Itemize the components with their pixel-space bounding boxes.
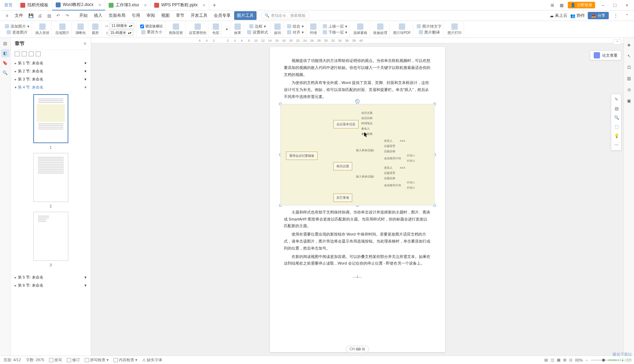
page-thumbnail-1[interactable]: [33, 94, 68, 143]
view-mode-1-icon[interactable]: ▤: [544, 358, 548, 362]
adjust-button[interactable]: ✦: [225, 27, 228, 31]
tab-ppt[interactable]: WPS PPT教程.pptx ×: [151, 0, 209, 10]
align-button[interactable]: 对齐 ▾: [287, 30, 304, 35]
chapter-item[interactable]: ▸第 1 节: 未命名▾: [11, 59, 91, 67]
close-icon[interactable]: ×: [203, 2, 205, 8]
menu-chapter[interactable]: 章节: [173, 11, 187, 20]
edit-float-icon[interactable]: ✎: [613, 96, 620, 103]
save-icon[interactable]: 💾: [27, 12, 35, 20]
file-menu[interactable]: 文件: [12, 11, 26, 20]
menu-review[interactable]: 审阅: [144, 11, 158, 20]
tools-rail-icon[interactable]: ▣: [625, 97, 633, 105]
chapter-item[interactable]: ▸第 5 节: 未命名▾: [11, 273, 91, 281]
view-mode-5-icon[interactable]: ⊡: [569, 358, 572, 362]
height-input[interactable]: 15.45厘米▴▾: [109, 30, 133, 36]
panel-close-icon[interactable]: ×: [83, 41, 87, 47]
chapter-item[interactable]: ▸第 6 节: 未命名▾: [11, 281, 91, 289]
content-check-button[interactable]: 内容检查 ▾: [114, 357, 137, 363]
zoom-level[interactable]: 80%: [575, 358, 583, 362]
reset-size-button[interactable]: 重设大小: [141, 29, 162, 35]
translate-button[interactable]: 图片翻译: [419, 30, 440, 35]
tool-3-icon[interactable]: [29, 51, 34, 56]
spellcheck-button[interactable]: 拼写检查 ▾: [85, 357, 109, 363]
zoom-float-icon[interactable]: 🔍: [613, 114, 620, 121]
mindmap-image[interactable]: ↻ 通用会议纪要模板 会议基本信息 相关议题 其它事项 会议主题: [280, 104, 435, 205]
batch-button[interactable]: 批量处理: [373, 23, 387, 35]
menu-picture-tools[interactable]: 图片工具: [234, 11, 257, 20]
wrap-button[interactable]: 环绕: [310, 23, 317, 35]
zoom-out-button[interactable]: −: [586, 358, 588, 362]
menu-insert[interactable]: 插入: [91, 11, 105, 20]
page-thumbnail-3[interactable]: [33, 212, 68, 261]
width-input[interactable]: 11.68厘米▴▾: [110, 23, 134, 29]
transparent-color-button[interactable]: 设置透明色: [189, 23, 206, 35]
rewrite-button[interactable]: 改写: [49, 357, 62, 363]
props-rail-icon[interactable]: ▥: [625, 74, 633, 83]
horizontal-ruler[interactable]: 642246810121416182022242628303234363840: [91, 38, 623, 43]
minimize-button[interactable]: −: [599, 1, 607, 9]
missing-font-button[interactable]: ⚠ 缺失字体: [142, 357, 162, 363]
undo-icon[interactable]: ↶: [54, 12, 62, 20]
view-mode-3-icon[interactable]: ▦: [557, 358, 560, 362]
select-pane-button[interactable]: 选择窗格: [353, 23, 367, 35]
lock-ratio-checkbox[interactable]: 锁定纵横比: [140, 24, 163, 29]
bookmark-icon[interactable]: 🔖: [1, 59, 9, 67]
close-icon[interactable]: ×: [144, 2, 147, 8]
effect-button[interactable]: 效果: [234, 23, 241, 35]
menu-start[interactable]: 开始: [76, 11, 90, 20]
menu-icon[interactable]: ≡: [3, 12, 11, 20]
crop-button[interactable]: 裁剪: [92, 23, 99, 35]
document-page[interactable]: 视频提供了功能强大的方法帮助你证明你的观点。当你单击联机视频时，可以在想要添加的…: [270, 47, 445, 352]
add-picture-button[interactable]: 添加图片 ▾: [5, 24, 29, 29]
crop-float-icon[interactable]: ⬚: [613, 123, 620, 131]
change-picture-button[interactable]: 更改图片: [7, 30, 28, 35]
home-tab[interactable]: 首页: [0, 0, 17, 10]
move-down-button[interactable]: 下移一层 ▾: [323, 30, 347, 35]
view-mode-4-icon[interactable]: ⊞: [563, 358, 566, 362]
chapter-item[interactable]: ▸第 2 节: 未命名▾: [11, 67, 91, 75]
to-text-button[interactable]: 图片转文字: [417, 24, 442, 29]
style-rail-icon[interactable]: ◈: [625, 41, 633, 49]
search-rail-icon[interactable]: 🔍: [1, 69, 9, 77]
insert-shape-button[interactable]: 插入形状: [35, 23, 49, 35]
apps-icon[interactable]: ▦: [559, 2, 564, 8]
idea-float-icon[interactable]: 💡: [613, 132, 620, 140]
help-rail-icon[interactable]: ◎: [625, 85, 633, 94]
preview-icon[interactable]: ▤: [45, 12, 53, 20]
tab-word-doc[interactable]: Word教程2.docx ×: [52, 0, 105, 10]
tab-template[interactable]: 找稻壳模板: [17, 0, 52, 10]
rotate-button[interactable]: 旋转: [274, 23, 281, 35]
color-button[interactable]: 色彩: [212, 23, 219, 35]
page-indicator[interactable]: 页面: 4/12: [4, 357, 21, 363]
remove-bg-button[interactable]: 抠除背景: [169, 23, 183, 35]
collab-button[interactable]: 👥 协作: [570, 13, 585, 19]
close-button[interactable]: ×: [623, 1, 631, 9]
tab-excel[interactable]: 工作簿3.xlsx ×: [105, 0, 151, 10]
chapter-item-active[interactable]: ▾第 4 节: 未命名▾: [11, 83, 91, 91]
close-icon[interactable]: ×: [98, 2, 101, 8]
layout-icon[interactable]: ⊞: [550, 2, 555, 8]
revise-button[interactable]: 修订: [67, 357, 80, 363]
view-mode-2-icon[interactable]: ◫: [551, 358, 554, 362]
redo-icon[interactable]: ↷: [63, 12, 71, 20]
word-count[interactable]: 字数: 2875: [26, 357, 45, 363]
share-button[interactable]: 📤 分享: [588, 12, 609, 19]
chapter-icon[interactable]: ◧: [1, 49, 9, 57]
menu-layout[interactable]: 页面布局: [106, 11, 128, 20]
select-rail-icon[interactable]: ↖: [625, 52, 633, 60]
collapse-ribbon-icon[interactable]: ⌃: [623, 12, 631, 20]
page-thumbnail-2[interactable]: [33, 153, 68, 202]
chapter-item[interactable]: ▸第 3 节: 未命名▾: [11, 75, 91, 83]
more-icon[interactable]: ⋮: [612, 12, 620, 20]
move-up-button[interactable]: 上移一层 ▾: [323, 24, 347, 29]
menu-devtools[interactable]: 开发工具: [188, 11, 210, 20]
menu-view[interactable]: 视图: [158, 11, 172, 20]
print-icon[interactable]: 🖨: [36, 12, 44, 20]
menu-reference[interactable]: 引用: [129, 11, 143, 20]
paper-check-button[interactable]: 论文查重: [590, 50, 621, 60]
collapse-pane-button[interactable]: ⌃: [613, 39, 621, 45]
ime-indicator[interactable]: CH ⌨ 简: [346, 346, 369, 353]
tool-1-icon[interactable]: [15, 51, 20, 56]
cloud-status[interactable]: ☁ 未上云: [550, 13, 567, 19]
limit-rail-icon[interactable]: ⊡: [625, 63, 633, 71]
